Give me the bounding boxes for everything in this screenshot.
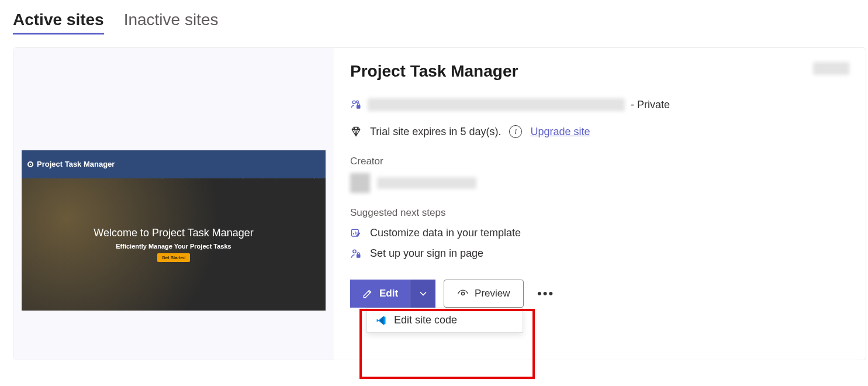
svg-point-1 (357, 101, 359, 103)
upgrade-site-link[interactable]: Upgrade site (530, 126, 590, 138)
site-thumbnail: Project Task Manager Home| About Us| Con… (22, 150, 326, 311)
thumb-app-name: Project Task Manager (37, 160, 115, 168)
thumb-logo-icon (27, 161, 33, 167)
preview-button-label: Preview (475, 288, 510, 299)
svg-point-6 (462, 292, 465, 295)
step-setup-signin[interactable]: Set up your sign in page (350, 247, 849, 260)
vscode-icon (375, 315, 387, 326)
edit-site-code-item[interactable]: Edit site code (394, 314, 457, 326)
step-customize-data[interactable]: Customize data in your template (350, 227, 849, 239)
site-card: Project Task Manager Home| About Us| Con… (13, 47, 866, 360)
tab-active-sites[interactable]: Active sites (13, 11, 104, 35)
edit-button[interactable]: Edit (350, 280, 410, 308)
redacted-badge (813, 62, 849, 75)
creator-avatar (350, 173, 370, 193)
creator-label: Creator (350, 156, 849, 167)
tabs: Active sites Inactive sites (13, 11, 855, 35)
tab-inactive-sites[interactable]: Inactive sites (124, 11, 219, 35)
svg-point-4 (353, 250, 356, 253)
redacted-url (368, 98, 625, 111)
action-bar: Edit (350, 280, 849, 308)
creator-row (350, 173, 849, 193)
thumb-logo: Project Task Manager (27, 160, 115, 168)
preview-button[interactable]: Preview (444, 280, 523, 308)
thumb-hero-title: Welcome to Project Task Manager (94, 227, 253, 239)
svg-point-0 (352, 101, 355, 104)
thumb-hero: Welcome to Project Task Manager Efficien… (22, 178, 326, 311)
site-detail-column: Project Task Manager - Private (334, 48, 866, 360)
svg-rect-2 (357, 105, 361, 109)
site-visibility: - Private (631, 99, 670, 111)
site-title: Project Task Manager (350, 62, 518, 81)
site-thumbnail-column: Project Task Manager Home| About Us| Con… (13, 48, 334, 360)
step-text: Set up your sign in page (370, 247, 483, 260)
edit-dropdown-button[interactable] (410, 280, 435, 308)
people-lock-icon (350, 99, 362, 111)
site-url-row: - Private (350, 98, 849, 111)
diamond-icon (350, 126, 362, 137)
thumb-hero-button: Get Started (157, 253, 191, 262)
thumb-hero-subtitle: Efficiently Manage Your Project Tasks (116, 243, 231, 250)
info-icon[interactable]: i (509, 125, 522, 138)
more-actions-button[interactable]: ••• (532, 280, 560, 308)
trial-text: Trial site expires in 5 day(s). (370, 126, 501, 138)
svg-rect-5 (357, 254, 361, 257)
trial-row: Trial site expires in 5 day(s). i Upgrad… (350, 125, 849, 138)
ellipsis-icon: ••• (537, 286, 554, 301)
chart-edit-icon (350, 228, 362, 239)
redacted-creator-name (377, 177, 476, 189)
edit-split-button: Edit (350, 280, 435, 308)
edit-button-label: Edit (379, 288, 398, 299)
person-lock-icon (350, 248, 362, 260)
edit-dropdown-menu: Edit site code (366, 308, 523, 333)
step-text: Customize data in your template (370, 227, 521, 239)
suggested-steps-label: Suggested next steps (350, 207, 849, 219)
chevron-down-icon (417, 288, 429, 299)
thumb-navbar: Project Task Manager (22, 150, 326, 178)
pencil-icon (362, 288, 374, 299)
eye-icon (457, 288, 469, 299)
